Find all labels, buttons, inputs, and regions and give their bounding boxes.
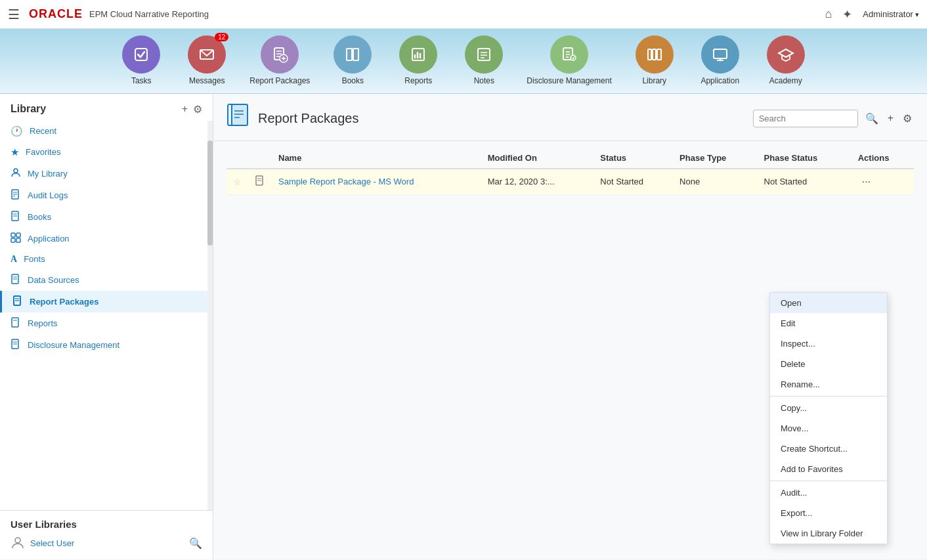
row-phase-status-cell: Not Started [758,169,852,195]
nav-disclosure-management[interactable]: Disclosure Management [527,35,611,87]
context-menu-open[interactable]: Open [770,293,887,313]
col-phase-type: Phase Type [673,148,758,169]
audit-logs-icon [11,189,21,202]
sidebar-item-favorites[interactable]: ★ Favorites [0,142,213,163]
nav-report-packages[interactable]: Report Packages [249,35,310,87]
sidebar-item-reports[interactable]: Reports [0,312,213,334]
context-menu-add-favorites[interactable]: Add to Favorites [770,459,887,479]
my-library-icon [11,167,21,180]
nav-books[interactable]: Books [330,35,376,87]
content-area: Report Packages 🔍 + ⚙ Name Modified On S… [213,94,927,559]
context-menu-divider-2 [770,481,887,481]
context-menu-audit[interactable]: Audit... [770,483,887,503]
nav-notes[interactable]: Notes [461,35,507,87]
svg-rect-22 [653,49,656,60]
context-menu-rename[interactable]: Rename... [770,374,887,395]
reports-icon [399,35,437,74]
application-icon [701,35,739,74]
nav-library[interactable]: Library [632,35,678,87]
sidebar-title: Library [11,103,46,115]
context-menu-export[interactable]: Export... [770,503,887,523]
context-menu-divider-1 [770,396,887,397]
user-menu[interactable]: Administrator [863,9,919,19]
sidebar-item-report-packages[interactable]: Report Packages [0,291,213,312]
select-user-label[interactable]: Select User [30,538,74,548]
sidebar-item-data-sources[interactable]: Data Sources [0,269,213,291]
sidebar-audit-logs-label: Audit Logs [28,190,68,200]
col-name: Name [272,148,481,169]
hamburger-menu[interactable]: ☰ [8,7,20,22]
sidebar-settings-button[interactable]: ⚙ [193,103,202,116]
sidebar-user-icon [11,535,25,551]
row-name-cell[interactable]: Sample Report Package - MS Word [272,169,481,195]
content-search-button[interactable]: 🔍 [863,110,880,127]
sidebar-my-library-label: My Library [28,169,68,179]
context-menu-copy[interactable]: Copy... [770,398,887,418]
content-search-input[interactable] [753,110,858,127]
svg-rect-39 [16,238,20,242]
sidebar-item-application[interactable]: Application [0,228,213,249]
row-file-icon [255,175,265,186]
context-menu-create-shortcut[interactable]: Create Shortcut... [770,439,887,459]
content-area-icon [226,103,250,134]
context-menu-move[interactable]: Move... [770,418,887,439]
disclosure-management-icon [550,35,588,74]
sidebar-item-audit-logs[interactable]: Audit Logs [0,184,213,206]
star-button[interactable]: ☆ [233,177,242,187]
academy-label: Academy [769,76,802,87]
favorites-icon: ★ [11,146,19,158]
sidebar-reports-label: Reports [28,318,58,328]
sidebar-reports-icon [11,317,21,330]
context-menu-inspect[interactable]: Inspect... [770,334,887,354]
context-menu-edit[interactable]: Edit [770,313,887,334]
row-modified-cell: Mar 12, 2020 3:... [481,169,594,195]
row-actions-button[interactable]: ··· [858,175,874,189]
svg-rect-38 [11,238,15,242]
sidebar-item-recent[interactable]: 🕐 Recent [0,121,213,142]
content-title: Report Packages [258,111,358,126]
table-row: ☆ Sample Report Package - MS Word Mar 12… [226,169,914,195]
scrollbar-track [207,121,213,510]
main-area: Library + ⚙ 🕐 Recent ★ Favorites My Libr… [0,94,927,559]
reports-label: Reports [404,76,432,87]
sidebar-report-packages-icon [12,295,23,308]
sidebar-recent-label: Recent [30,126,56,136]
sidebar-item-my-library[interactable]: My Library [0,163,213,184]
recent-icon: 🕐 [11,125,23,137]
context-menu-delete[interactable]: Delete [770,354,887,374]
nav-tasks[interactable]: Tasks [118,35,164,87]
nav-application[interactable]: Application [697,35,743,87]
app-title: EPM Cloud Narrative Reporting [89,9,209,19]
scrollbar-thumb[interactable] [207,140,213,246]
help-icon[interactable]: ✦ [842,7,852,22]
sidebar-item-fonts[interactable]: A Fonts [0,249,213,269]
svg-point-28 [14,169,18,173]
svg-marker-27 [779,49,793,57]
table-area: Name Modified On Status Phase Type Phase… [213,141,927,559]
nav-messages[interactable]: 12 Messages [184,35,230,87]
user-search-icon[interactable]: 🔍 [189,537,202,549]
notes-label: Notes [474,76,494,87]
sidebar-application-icon [11,232,21,245]
svg-rect-37 [16,233,20,237]
sidebar-add-button[interactable]: + [182,103,188,116]
col-status: Status [593,148,673,169]
nav-reports[interactable]: Reports [395,35,441,87]
context-menu-view-in-library[interactable]: View in Library Folder [770,523,887,544]
content-add-button[interactable]: + [886,110,895,126]
notes-icon [465,35,503,74]
svg-rect-10 [353,49,358,60]
content-settings-button[interactable]: ⚙ [901,110,914,127]
sidebar-item-disclosure-management[interactable]: Disclosure Management [0,334,213,356]
sidebar: Library + ⚙ 🕐 Recent ★ Favorites My Libr… [0,94,213,559]
messages-label: Messages [189,76,225,87]
books-icon [334,35,372,74]
books-label: Books [342,76,364,87]
home-icon[interactable]: ⌂ [825,7,832,21]
fonts-icon: A [11,254,17,265]
context-menu: Open Edit Inspect... Delete Rename... Co… [769,292,888,544]
sidebar-item-books[interactable]: Books [0,206,213,228]
nav-academy[interactable]: Academy [763,35,809,87]
sidebar-actions: + ⚙ [182,103,202,116]
sidebar-report-packages-label: Report Packages [30,297,99,307]
